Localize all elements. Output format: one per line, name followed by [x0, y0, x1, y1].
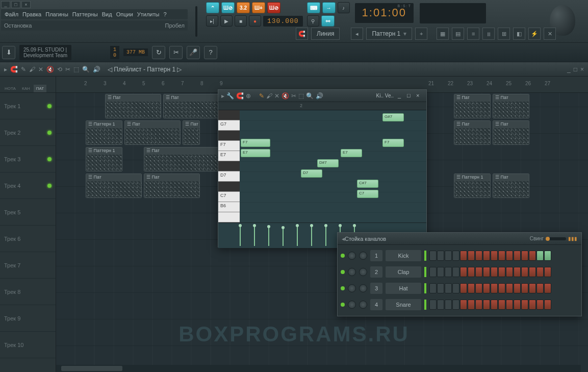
step-button[interactable] [437, 251, 444, 261]
overdub-button[interactable]: Ш+ [252, 2, 265, 13]
step-button[interactable] [460, 300, 467, 310]
step-button[interactable] [491, 267, 498, 277]
track-mute-led[interactable] [47, 131, 52, 135]
step-button[interactable] [483, 251, 490, 261]
pattern-clip[interactable]: ☰ Пат [493, 173, 529, 198]
step-button[interactable] [506, 283, 513, 293]
step-button[interactable] [452, 267, 459, 277]
track-header-row[interactable]: Трек 7 [0, 252, 56, 279]
master-volume-slider[interactable] [195, 6, 197, 37]
step-button[interactable] [544, 251, 551, 261]
pattern-clip[interactable]: ☰ Пат [493, 120, 529, 145]
pencil-icon[interactable]: ✎ [21, 66, 26, 73]
mute-icon[interactable]: 🔇 [46, 66, 54, 73]
step-button[interactable] [445, 267, 452, 277]
pan-knob[interactable] [348, 301, 356, 309]
tempo-tapper[interactable]: ⚡ [528, 28, 541, 40]
track-header-row[interactable]: Трек 9 [0, 305, 56, 332]
velocity-bar[interactable] [268, 227, 269, 246]
pr-slice-icon[interactable]: ✂ [291, 92, 296, 100]
view-playlist[interactable]: ▦ [437, 28, 449, 40]
step-button[interactable] [521, 267, 528, 277]
step-button[interactable] [521, 300, 528, 310]
step-button[interactable] [506, 267, 513, 277]
step-button[interactable] [468, 283, 475, 293]
menu-utilities[interactable]: Утилиты [136, 10, 161, 18]
pr-mute-icon[interactable]: 🔇 [282, 92, 289, 100]
volume-knob[interactable] [359, 284, 367, 292]
velocity-bar[interactable] [311, 226, 312, 246]
step-button[interactable] [483, 300, 490, 310]
typing-keyboard-button[interactable]: ⌨ [307, 2, 320, 13]
velocity-bar[interactable] [254, 226, 255, 246]
step-button[interactable] [475, 300, 482, 310]
step-button[interactable] [514, 300, 521, 310]
track-header-row[interactable]: Трек 2 [0, 119, 56, 146]
step-button[interactable] [452, 283, 459, 293]
step-button[interactable] [483, 267, 490, 277]
volume-knob[interactable] [359, 268, 367, 276]
pattern-clip[interactable]: ☰ Пат [183, 120, 200, 145]
step-button[interactable] [445, 283, 452, 293]
menu-help[interactable]: ? [162, 10, 168, 18]
menu-view[interactable]: Вид [100, 10, 114, 18]
swing-slider[interactable] [546, 237, 566, 240]
midi-note[interactable]: G#7 [382, 113, 404, 121]
channel-select[interactable] [424, 283, 426, 293]
step-button[interactable] [483, 283, 490, 293]
record-button[interactable]: ● [249, 15, 261, 27]
track-header-row[interactable]: Трек 6 [0, 226, 56, 252]
channel-led[interactable] [341, 254, 345, 258]
close-button[interactable]: × [21, 1, 31, 8]
cut-button[interactable]: ✂ [169, 46, 183, 59]
track-mute-led[interactable] [47, 184, 52, 188]
track-header-row[interactable]: Трек 5 [0, 199, 56, 226]
undo-history-button[interactable]: ↻ [152, 46, 165, 59]
velocity-bar[interactable] [283, 228, 284, 246]
step-button[interactable] [536, 300, 544, 310]
pr-minimize[interactable]: _ [398, 92, 405, 100]
playlist-minimize[interactable]: _ [567, 66, 571, 73]
countdown-button[interactable]: 3.2 [237, 2, 250, 13]
pattern-clip[interactable]: ☰ Пат [124, 120, 181, 145]
step-button[interactable] [544, 267, 551, 277]
slice-icon[interactable]: ✂ [65, 66, 70, 73]
step-display-icon[interactable]: ▮▮▮ [568, 236, 577, 241]
pr-wrench-icon[interactable]: 🔧 [226, 92, 234, 100]
volume-knob[interactable] [359, 252, 367, 260]
pr-pencil-icon[interactable]: ✎ [259, 92, 264, 100]
snap-selector[interactable]: Линия [311, 28, 340, 40]
midi-note[interactable]: E7 [341, 149, 362, 157]
brush-icon[interactable]: 🖌 [29, 66, 35, 73]
slip-icon[interactable]: ⟲ [57, 66, 62, 73]
midi-button[interactable]: ♪ [338, 2, 350, 13]
step-button[interactable] [475, 251, 482, 261]
playlist-menu-icon[interactable]: ▸ [4, 66, 7, 73]
channel-select[interactable] [424, 251, 426, 261]
step-button[interactable] [429, 251, 437, 261]
channel-led[interactable] [341, 270, 345, 274]
track-header-row[interactable]: Трек 8 [0, 279, 56, 305]
channel-led[interactable] [341, 303, 345, 307]
channel-name[interactable]: Snare [386, 299, 421, 310]
step-button[interactable] [536, 267, 544, 277]
pr-menu-icon[interactable]: ▸ [221, 92, 224, 100]
step-button[interactable] [475, 267, 482, 277]
pattern-clip[interactable]: ☰ Паттерн 1 [454, 173, 491, 198]
loop-record-button[interactable]: Ш⊘ [267, 2, 280, 13]
pan-knob[interactable] [348, 268, 356, 276]
volume-knob[interactable] [359, 301, 367, 309]
mic-button[interactable]: 🎤 [187, 46, 200, 59]
step-button[interactable] [529, 300, 536, 310]
midi-note[interactable]: C#7 [357, 180, 378, 188]
pr-magnet-icon[interactable]: 🧲 [236, 92, 244, 100]
step-edit-button[interactable]: → [322, 2, 336, 13]
step-button[interactable] [514, 283, 521, 293]
midi-note[interactable]: D#7 [317, 159, 339, 167]
step-button[interactable] [529, 267, 536, 277]
step-button[interactable] [491, 251, 498, 261]
pattern-clip[interactable]: ☰ Пат [454, 94, 491, 118]
midi-note[interactable]: F7 [382, 139, 404, 147]
piano-key[interactable]: G7 [218, 120, 240, 131]
piano-key[interactable] [218, 212, 240, 222]
